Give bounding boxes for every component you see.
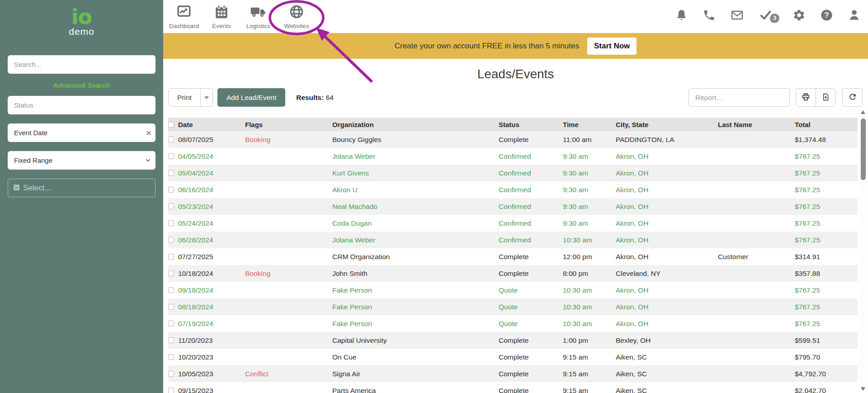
logo-text: io <box>8 6 156 27</box>
cell-status: Complete <box>499 336 563 345</box>
cell-city-state: Akron, OH <box>616 219 718 227</box>
cell-status: Complete <box>499 136 563 144</box>
clear-event-date-button[interactable]: × <box>146 123 151 142</box>
table-row[interactable]: 07/27/2025 CRM Organization Complete 12:… <box>168 248 858 265</box>
cell-time: 8:00 pm <box>563 270 616 278</box>
scroll-down-arrow-icon[interactable] <box>861 387 865 391</box>
export-file-button[interactable] <box>816 89 835 106</box>
refresh-button[interactable] <box>842 88 863 107</box>
table-row[interactable]: 06/16/2024 Akron U Confirmed 9:30 am Akr… <box>168 181 858 198</box>
row-checkbox[interactable] <box>168 321 174 327</box>
results-value: 64 <box>326 94 334 101</box>
table-row[interactable]: 08/18/2024 Fake Person Quote 10:30 am Ak… <box>168 298 858 315</box>
cell-time: 9:30 am <box>563 152 616 161</box>
column-header-organization[interactable]: Organization <box>332 121 499 128</box>
print-table-button[interactable] <box>796 89 816 106</box>
cell-city-state: Cleveland, NY <box>616 270 718 278</box>
start-now-button[interactable]: Start Now <box>587 38 637 55</box>
cell-status: Complete <box>499 270 563 278</box>
column-header-time[interactable]: Time <box>563 121 616 128</box>
cell-date: 05/04/2024 <box>178 169 245 177</box>
cell-total: $2,042.70 <box>795 387 858 393</box>
range-select[interactable]: Fixed Range <box>8 151 156 170</box>
range-select-value[interactable]: Fixed Range <box>8 151 156 170</box>
row-checkbox[interactable] <box>168 287 174 293</box>
row-checkbox[interactable] <box>168 153 174 159</box>
table-row[interactable]: 10/05/2023 Conflict Signa Air Complete 9… <box>168 365 858 382</box>
vertical-scrollbar[interactable] <box>859 109 868 392</box>
email-envelope-icon[interactable] <box>730 9 744 22</box>
scroll-up-arrow-icon[interactable] <box>861 110 865 114</box>
report-input[interactable] <box>689 88 790 107</box>
row-checkbox[interactable] <box>168 254 174 260</box>
row-checkbox[interactable] <box>168 371 174 377</box>
cell-date: 09/15/2023 <box>178 387 245 393</box>
table-row[interactable]: 08/07/2025 Booking Bouncy Giggles Comple… <box>168 131 858 148</box>
event-date-filter[interactable]: Event Date × <box>8 123 156 142</box>
cell-time: 9:30 am <box>563 219 616 227</box>
cell-city-state: Akron, OH <box>616 320 718 328</box>
nav-item-logistics[interactable]: Logistics <box>241 4 275 33</box>
row-checkbox[interactable] <box>168 304 174 310</box>
status-filter-input[interactable] <box>8 96 156 114</box>
row-checkbox[interactable] <box>168 270 174 276</box>
column-header-flags[interactable]: Flags <box>245 121 332 128</box>
cell-status: Complete <box>499 387 563 393</box>
table-row[interactable]: 11/20/2023 Capital University Complete 1… <box>168 332 858 349</box>
cell-total: $4,792.70 <box>795 370 858 378</box>
notifications-bell-icon[interactable] <box>675 8 688 22</box>
row-checkbox[interactable] <box>168 237 174 243</box>
column-header-last-name[interactable]: Last Name <box>718 121 795 128</box>
add-lead-event-button[interactable]: Add Lead/Event <box>217 88 285 107</box>
table-row[interactable]: 09/18/2024 Fake Person Quote 10:30 am Ak… <box>168 282 858 298</box>
select-all-checkbox[interactable] <box>168 122 174 128</box>
advanced-search-link[interactable]: Advanced Search <box>8 81 156 89</box>
table-row[interactable]: 05/24/2024 Coda Dugan Confirmed 9:30 am … <box>168 215 858 232</box>
date-picker-field[interactable]: Select... <box>8 179 156 197</box>
cell-city-state: Bexley, OH <box>616 336 718 345</box>
table-row[interactable]: 05/04/2024 Kurt Givens Confirmed 9:30 am… <box>168 165 858 181</box>
row-checkbox[interactable] <box>168 354 174 360</box>
cell-city-state: Akron, OH <box>616 236 718 244</box>
cell-organization: Bouncy Giggles <box>332 136 499 144</box>
account-person-icon[interactable] <box>848 9 861 22</box>
row-checkbox[interactable] <box>168 204 174 209</box>
table-row[interactable]: 10/20/2023 On Cue Complete 9:15 am Aiken… <box>168 349 858 365</box>
table-row[interactable]: 05/23/2024 Neal Machado Confirmed 9:30 a… <box>168 198 858 215</box>
row-checkbox[interactable] <box>168 170 174 176</box>
cell-city-state: Akron, OH <box>616 286 718 294</box>
event-date-value[interactable]: Event Date <box>8 123 156 142</box>
scrollbar-thumb[interactable] <box>861 118 866 180</box>
cell-time: 1:00 pm <box>563 336 616 345</box>
nav-item-events[interactable]: Events <box>206 4 237 33</box>
help-question-icon[interactable]: ? <box>820 9 833 22</box>
table-row[interactable]: 09/15/2023 Parts America Complete 9:15 a… <box>168 382 858 393</box>
cell-total: $599.51 <box>795 336 858 345</box>
table-row[interactable]: 10/18/2024 Booking John Smith Complete 8… <box>168 265 858 282</box>
row-checkbox[interactable] <box>168 187 174 193</box>
column-header-city-state[interactable]: City, State <box>616 121 718 128</box>
column-header-status[interactable]: Status <box>499 121 563 128</box>
cell-total: $767.25 <box>795 186 858 194</box>
phone-icon[interactable] <box>703 9 716 22</box>
nav-item-dashboard[interactable]: Dashboard <box>166 4 202 33</box>
cell-organization: Neal Machado <box>332 203 499 211</box>
table-row[interactable]: 07/19/2024 Fake Person Quote 10:30 am Ak… <box>168 315 858 332</box>
table-row[interactable]: 04/05/2024 Jolana Weber Confirmed 9:30 a… <box>168 148 858 165</box>
search-input[interactable] <box>8 55 156 74</box>
table-row[interactable]: 06/28/2024 Jolana Weber Confirmed 10:30 … <box>168 232 858 248</box>
row-checkbox[interactable] <box>168 388 174 393</box>
row-checkbox[interactable] <box>168 337 174 343</box>
row-checkbox[interactable] <box>168 137 174 142</box>
tasks-check-icon[interactable]: 3 <box>759 9 773 22</box>
logistics-truck-icon <box>250 4 267 21</box>
column-header-date[interactable]: Date <box>178 121 245 128</box>
app-logo: io demo <box>8 0 156 55</box>
column-header-total[interactable]: Total <box>795 121 858 128</box>
print-options-button[interactable] <box>200 89 212 106</box>
print-button[interactable]: Print <box>169 89 200 106</box>
settings-gear-icon[interactable] <box>793 9 806 22</box>
cell-date: 07/27/2025 <box>178 253 245 261</box>
row-checkbox[interactable] <box>168 220 174 226</box>
nav-item-websites[interactable]: Websites <box>279 4 314 33</box>
